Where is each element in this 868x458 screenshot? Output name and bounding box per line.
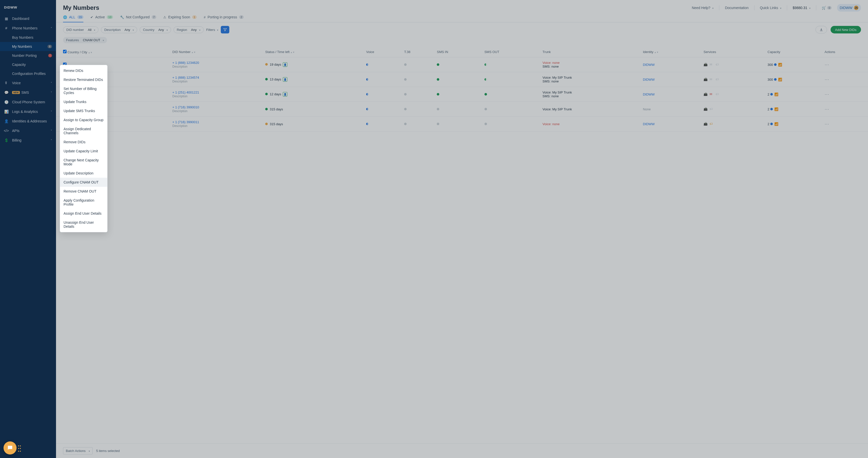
dropdown-item-apply-configuration-profile[interactable]: Apply Configuration Profile <box>60 196 107 209</box>
dropdown-item-configure-cnam-out[interactable]: Configure CNAM OUT <box>60 178 107 187</box>
dropdown-item-update-trunks[interactable]: Update Trunks <box>60 97 107 106</box>
batch-actions-dropdown: Renew DIDsRestore Terminated DIDsSet Num… <box>60 65 107 232</box>
chat-icon <box>7 445 13 451</box>
chat-drag-handle[interactable] <box>18 446 21 453</box>
dropdown-item-remove-dids[interactable]: Remove DIDs <box>60 138 107 147</box>
dropdown-item-update-description[interactable]: Update Description <box>60 169 107 178</box>
dropdown-item-assign-dedicated-channels[interactable]: Assign Dedicated Channels <box>60 124 107 138</box>
dropdown-item-assign-to-capacity-group[interactable]: Assign to Capacity Group <box>60 115 107 124</box>
dropdown-item-renew-dids[interactable]: Renew DIDs <box>60 66 107 75</box>
dropdown-item-change-next-capacity-mode[interactable]: Change Next Capacity Mode <box>60 155 107 169</box>
dropdown-item-update-sms-trunks[interactable]: Update SMS Trunks <box>60 106 107 115</box>
dropdown-item-unassign-end-user-details[interactable]: Unassign End User Details <box>60 218 107 231</box>
dropdown-item-set-number-of-billing-cycles[interactable]: Set Number of Billing Cycles <box>60 84 107 97</box>
chat-fab[interactable] <box>3 441 17 455</box>
dropdown-item-restore-terminated-dids[interactable]: Restore Terminated DIDs <box>60 75 107 84</box>
dropdown-item-remove-cnam-out[interactable]: Remove CNAM OUT <box>60 187 107 196</box>
modal-overlay[interactable] <box>0 0 868 458</box>
dropdown-item-update-capacity-limit[interactable]: Update Capacity Limit <box>60 147 107 155</box>
dropdown-item-assign-end-user-details[interactable]: Assign End User Details <box>60 209 107 218</box>
